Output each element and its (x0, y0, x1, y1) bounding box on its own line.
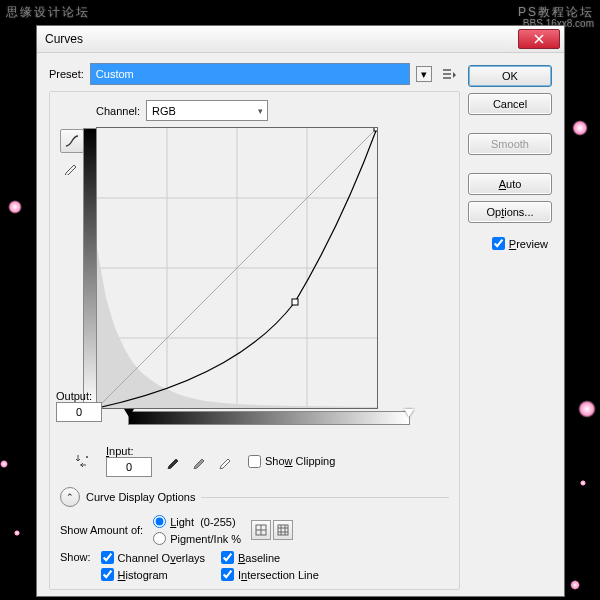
gray-eyedropper-icon[interactable] (190, 451, 210, 471)
curves-dialog: Curves Preset: Custom ▾ Channel: RG (36, 25, 565, 597)
smooth-button[interactable]: Smooth (468, 133, 552, 155)
svg-point-9 (86, 456, 88, 458)
input-label: Input: (106, 445, 152, 457)
preset-dropdown-arrow[interactable]: ▾ (416, 66, 432, 82)
input-field[interactable]: 0 (106, 457, 152, 477)
preview-checkbox[interactable]: Preview (468, 237, 552, 250)
preset-value: Custom (96, 68, 134, 80)
point-tool-icon[interactable] (72, 450, 94, 472)
show-label: Show: (60, 551, 91, 563)
grid-simple-icon[interactable] (251, 520, 271, 540)
grid-detailed-icon[interactable] (273, 520, 293, 540)
histogram-checkbox[interactable]: Histogram (101, 568, 205, 581)
show-clipping-checkbox[interactable]: Show Clipping (248, 455, 335, 468)
show-amount-label: Show Amount of: (60, 524, 143, 536)
cancel-button[interactable]: Cancel (468, 93, 552, 115)
curves-graph[interactable] (96, 127, 378, 409)
output-field[interactable]: 0 (56, 402, 102, 422)
curve-tool-icon[interactable] (60, 129, 84, 153)
baseline-checkbox[interactable]: Baseline (221, 551, 319, 564)
options-button[interactable]: Options... (468, 201, 552, 223)
preset-menu-icon[interactable] (438, 64, 460, 84)
auto-button[interactable]: Auto (468, 173, 552, 195)
white-eyedropper-icon[interactable] (216, 451, 236, 471)
watermark-topleft: 思缘设计论坛 (6, 4, 90, 21)
svg-rect-11 (278, 525, 288, 535)
output-gradient (83, 128, 97, 410)
channel-overlays-checkbox[interactable]: Channel Overlays (101, 551, 205, 564)
preset-label: Preset: (49, 68, 84, 80)
curve-display-label: Curve Display Options (86, 491, 195, 503)
input-gradient[interactable] (128, 411, 410, 425)
black-point-slider[interactable] (124, 409, 134, 417)
channel-dropdown[interactable]: RGB (146, 100, 268, 121)
light-radio[interactable]: Light (0-255) (153, 515, 241, 528)
dialog-title: Curves (45, 32, 518, 46)
disclosure-toggle[interactable]: ⌃ (60, 487, 80, 507)
preset-dropdown[interactable]: Custom (90, 63, 410, 85)
channel-value: RGB (152, 105, 176, 117)
pencil-tool-icon[interactable] (60, 157, 82, 179)
channel-label: Channel: (96, 105, 140, 117)
titlebar[interactable]: Curves (37, 26, 564, 53)
white-point-slider[interactable] (404, 409, 414, 417)
black-eyedropper-icon[interactable] (164, 451, 184, 471)
intersection-checkbox[interactable]: Intersection Line (221, 568, 319, 581)
svg-rect-7 (292, 299, 298, 305)
pigment-radio[interactable]: Pigment/Ink % (153, 532, 241, 545)
output-label: Output: (56, 390, 102, 402)
ok-button[interactable]: OK (468, 65, 552, 87)
close-button[interactable] (518, 29, 560, 49)
curves-panel: Channel: RGB (49, 91, 460, 590)
svg-rect-8 (374, 128, 377, 131)
